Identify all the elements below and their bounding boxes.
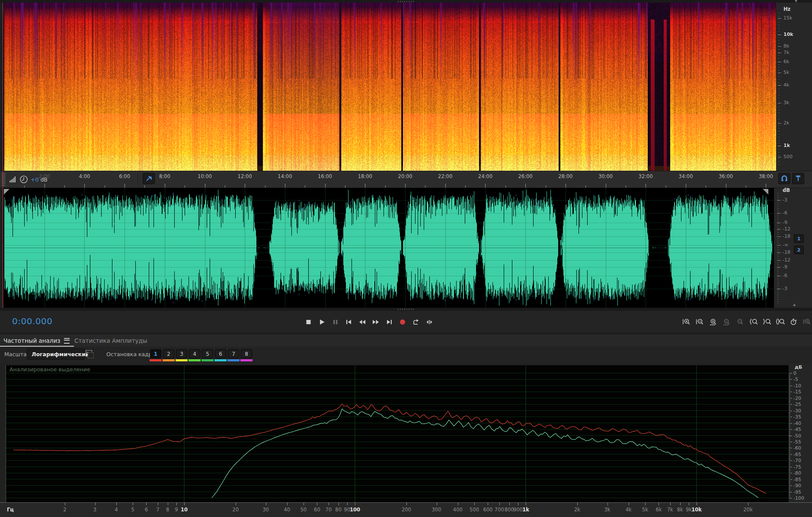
frequency-axis-tick (176, 503, 177, 505)
frequency-axis-label: 1k (522, 507, 529, 513)
timeline-tick (305, 185, 305, 188)
frequency-axis-tick (518, 503, 518, 505)
grip-dots (398, 309, 414, 310)
playhead-time-display[interactable]: 0:00.000 (12, 316, 52, 326)
tab-amplitude-statistics[interactable]: Статистика Амплитуды (74, 335, 147, 347)
zoom-in-horizontal-button[interactable] (707, 316, 719, 328)
skip-selection-button[interactable] (423, 316, 435, 328)
frequency-axis-tick (526, 503, 526, 505)
zoom-selection-button[interactable] (774, 316, 786, 328)
frequency-axis-label: 10 (181, 507, 188, 513)
frequency-axis-label: 100 (350, 507, 360, 513)
tab-label: Статистика Амплитуды (74, 337, 147, 344)
frequency-axis-label: 2k (574, 507, 580, 513)
hold-frame-button-2[interactable]: 2 (163, 349, 174, 358)
tab-bar: Частотный анализ Статистика Амплитуды (0, 335, 812, 347)
zoom-out-point-button[interactable] (761, 316, 773, 328)
frequency-axis-tick (287, 503, 288, 505)
rewind-button[interactable] (356, 316, 368, 328)
frequency-axis-label: 9 (175, 507, 178, 513)
pause-button[interactable] (329, 316, 341, 328)
skip-to-end-button[interactable] (383, 316, 395, 328)
ruler-scroll-down-icon[interactable]: ▲ (793, 303, 796, 306)
frequency-axis-tick (607, 503, 608, 505)
transport-bar: 0:00.000 (0, 311, 812, 333)
ruler-tick (778, 103, 781, 103)
play-button[interactable] (316, 316, 328, 328)
frequency-axis-tick (697, 503, 697, 505)
snap-magnet-button[interactable] (778, 173, 790, 184)
frequency-analysis-plot[interactable] (6, 365, 789, 502)
hold-frame-button-8[interactable]: 8 (241, 349, 252, 358)
ruler-tick (778, 85, 781, 86)
hold-frame-button-1[interactable]: 1 (150, 349, 161, 358)
zoom-reset-timer-button[interactable] (788, 316, 799, 328)
zoom-out-full-button[interactable] (734, 316, 746, 328)
frequency-axis-tick (355, 503, 355, 505)
scale-select[interactable]: Логарифмический (27, 348, 85, 360)
zoom-out-horizontal-button[interactable] (721, 316, 732, 328)
db-axis-label: -15 (793, 389, 801, 395)
loop-playback-button[interactable] (410, 316, 422, 328)
db-axis-label: -80 (793, 470, 801, 476)
ruler-tick (778, 53, 781, 53)
zoom-out-vertical-button[interactable] (694, 316, 706, 328)
zoom-vertical-alt-button[interactable] (801, 316, 812, 328)
frequency-tick-label: 500 (783, 154, 793, 160)
frequency-axis-label: 200 (402, 507, 411, 513)
amplitude-ruler[interactable]: dB -3-6-9-12-18-∞-18-12-9-6-3 (774, 188, 812, 308)
grip-dots (398, 1, 414, 2)
db-tick-label: -∞ (783, 242, 788, 248)
timeline-tick (585, 185, 586, 188)
waveform-corner-handle-right[interactable] (763, 189, 768, 195)
db-unit-label: dB (783, 187, 790, 193)
frequency-axis[interactable]: Гц 2345678910203040506070809010020030040… (0, 502, 812, 517)
waveform-corner-handle-left[interactable] (4, 189, 10, 195)
frequency-axis-tick (499, 503, 500, 505)
hold-frame-button-3[interactable]: 3 (176, 349, 187, 358)
hold-frame-button-5[interactable]: 5 (202, 349, 213, 358)
copy-graph-button[interactable] (86, 350, 92, 357)
ruler-tick (777, 213, 781, 214)
clock-icon[interactable] (19, 175, 28, 184)
playhead-line[interactable] (3, 3, 3, 308)
zoom-in-vertical-button[interactable] (681, 316, 692, 328)
zoom-in-point-button[interactable] (748, 316, 759, 328)
frequency-tick-label: 4k (783, 82, 789, 88)
frequency-tick-label: 1k (783, 143, 790, 148)
panel-menu-icon[interactable] (64, 338, 70, 344)
channel-1-button[interactable]: 1 (794, 234, 804, 243)
frequency-axis-tick (236, 503, 236, 505)
spectrogram-canvas[interactable] (3, 3, 776, 171)
ruler-tick (778, 35, 781, 35)
hold-frame-button-7[interactable]: 7 (228, 349, 239, 358)
frequency-axis-label: 8 (166, 507, 169, 513)
db-axis[interactable]: дБ 0-5-10-15-20-25-30-35-40-45-50-55-60-… (789, 364, 812, 502)
skip-to-start-button[interactable] (343, 316, 355, 328)
gain-value[interactable]: +0 dB (31, 176, 48, 183)
tab-frequency-analysis[interactable]: Частотный анализ (3, 335, 70, 347)
amplitude-ruler-minor-ticks (777, 193, 779, 305)
frequency-axis-label: 9k (686, 507, 692, 513)
timeline-tick (125, 184, 125, 188)
frequency-axis-tick (659, 503, 659, 505)
timeline-tick (205, 184, 205, 188)
timeline-tick (105, 185, 105, 188)
hold-frame-button-6[interactable]: 6 (215, 349, 226, 358)
ruler-scroll-up-icon[interactable]: ▼ (795, 0, 797, 3)
waveform-canvas[interactable] (3, 188, 774, 308)
hold-frame-button-4[interactable]: 4 (189, 349, 200, 358)
record-button[interactable] (396, 316, 408, 328)
fast-forward-button[interactable] (370, 316, 381, 328)
ruler-tick (777, 200, 781, 201)
stop-button[interactable] (303, 316, 314, 328)
frequency-ruler[interactable]: Hz 15k10k8k7k6k5k4k3k2k1k500 (776, 3, 812, 171)
marker-pin-button[interactable] (792, 173, 804, 184)
panel-grip-middle[interactable] (0, 308, 812, 311)
edit-pointer-button[interactable] (143, 173, 155, 184)
timeline-bar[interactable]: 2:004:006:008:0010:0012:0014:0016:0018:0… (0, 171, 812, 188)
level-meter-icon[interactable] (9, 176, 17, 183)
ruler-tick (777, 267, 781, 268)
frequency-axis-tick (168, 503, 168, 505)
channel-2-button[interactable]: 2 (794, 246, 804, 254)
